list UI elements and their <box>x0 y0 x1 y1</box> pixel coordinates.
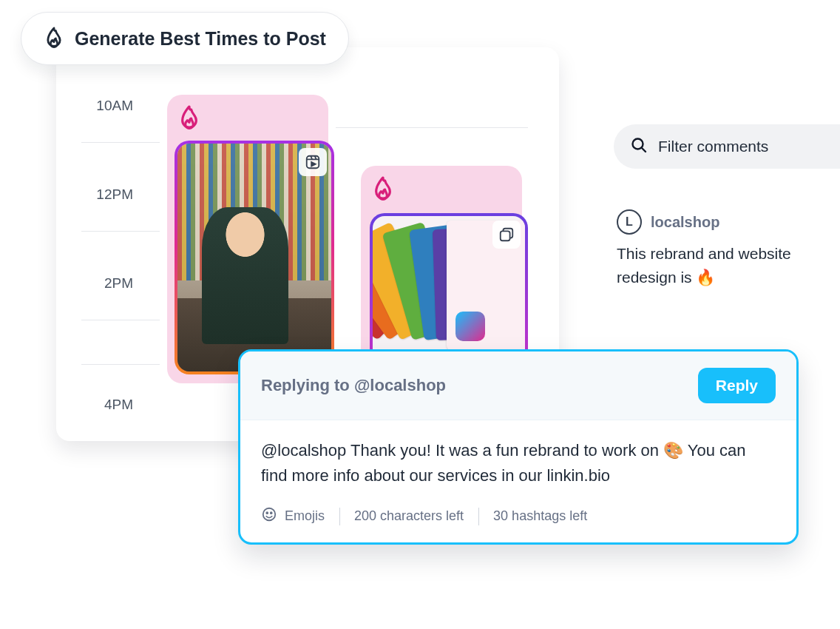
filter-label: Filter comments <box>658 138 768 155</box>
comment-header: L localshop <box>617 209 836 235</box>
generate-best-times-pill[interactable]: Generate Best Times to Post <box>21 12 349 65</box>
time-rule <box>81 320 160 320</box>
comment-username: localshop <box>651 214 719 231</box>
time-rule <box>81 142 160 143</box>
reply-footer: Emojis 200 characters left 30 hashtags l… <box>240 494 796 542</box>
filter-comments-button[interactable]: Filter comments <box>614 124 840 169</box>
avatar: L <box>617 209 642 235</box>
time-rule <box>81 231 160 232</box>
emojis-label: Emojis <box>285 508 325 524</box>
time-rule <box>81 364 160 365</box>
emoji-picker-button[interactable]: Emojis <box>261 506 339 526</box>
reels-icon <box>299 148 327 176</box>
hashtags-left: 30 hashtags left <box>478 508 602 524</box>
svg-rect-2 <box>501 231 510 240</box>
time-label-10am: 10AM <box>56 98 143 114</box>
reply-textarea[interactable]: @localshop Thank you! It was a fun rebra… <box>240 420 796 494</box>
scheduled-post-carousel[interactable] <box>370 213 528 367</box>
search-icon <box>630 136 648 157</box>
time-label-4pm: 4PM <box>56 397 143 413</box>
comment-text: This rebrand and website redesign is 🔥 <box>617 242 836 289</box>
avatar-letter: L <box>626 215 633 229</box>
time-label-2pm: 2PM <box>56 275 143 292</box>
svg-line-4 <box>642 148 646 152</box>
post-thumbnail <box>177 144 331 371</box>
reply-button[interactable]: Reply <box>698 368 776 403</box>
comment[interactable]: L localshop This rebrand and website red… <box>617 209 836 289</box>
grid-rule <box>336 127 528 128</box>
carousel-icon <box>492 221 521 249</box>
svg-point-6 <box>266 512 268 514</box>
flame-icon <box>177 104 201 133</box>
svg-point-7 <box>271 512 272 514</box>
reply-composer: Replying to @localshop Reply @localshop … <box>238 349 799 545</box>
smile-icon <box>261 506 277 526</box>
generate-pill-label: Generate Best Times to Post <box>75 28 326 50</box>
scheduled-post-reel[interactable] <box>175 141 334 374</box>
characters-left: 200 characters left <box>339 508 478 524</box>
reply-heading: Replying to @localshop <box>261 376 446 395</box>
svg-point-5 <box>263 508 276 521</box>
flame-icon <box>371 175 395 204</box>
flame-icon <box>44 26 64 51</box>
reply-header: Replying to @localshop Reply <box>240 352 796 420</box>
time-label-12pm: 12PM <box>56 186 143 203</box>
